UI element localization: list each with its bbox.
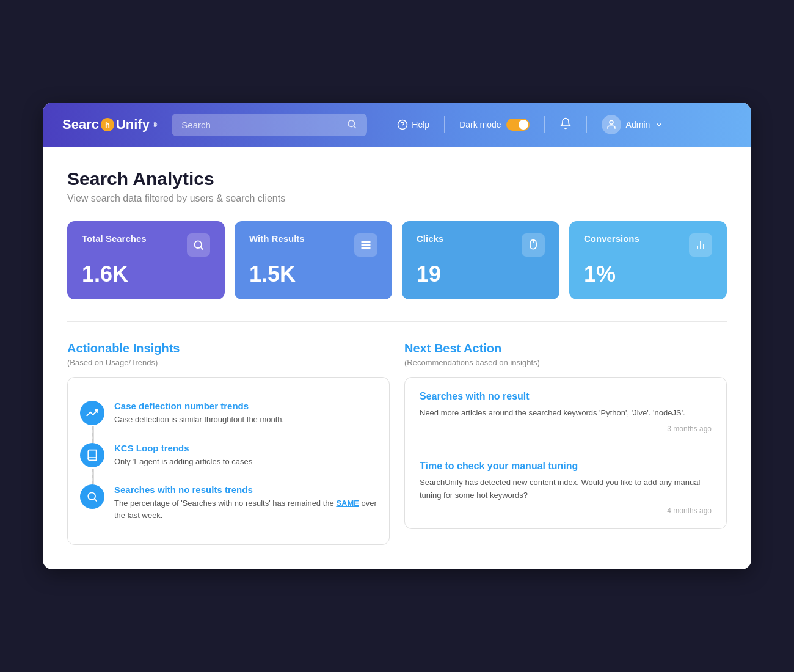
insight-item-case-deflection[interactable]: Case deflection number trends Case defle… xyxy=(80,392,377,434)
insight-item-kcs-loop[interactable]: KCS Loop trends Only 1 agent is adding a… xyxy=(80,434,377,477)
bottom-grid: Actionable Insights (Based on Usage/Tren… xyxy=(67,341,727,545)
stat-card-clicks[interactable]: Clicks 19 xyxy=(402,221,559,299)
svg-point-0 xyxy=(348,120,355,127)
insight-title-case-deflection: Case deflection number trends xyxy=(114,401,377,411)
avatar xyxy=(602,115,621,134)
insight-desc-case-deflection: Case deflection is similar throughtout t… xyxy=(114,414,377,426)
search-bar-wrapper xyxy=(172,114,367,136)
nba-title: Next Best Action xyxy=(404,341,727,356)
darkmode-toggle-track[interactable] xyxy=(506,119,530,131)
main-content: Search Analytics View search data filter… xyxy=(43,147,751,569)
nba-container: Searches with no result Need more articl… xyxy=(404,377,727,529)
page-title: Search Analytics xyxy=(67,169,727,189)
help-button[interactable]: Help xyxy=(397,119,429,130)
user-menu-button[interactable]: Admin xyxy=(602,115,664,134)
insights-title: Actionable Insights xyxy=(67,341,390,356)
notifications-button[interactable] xyxy=(559,117,572,133)
user-label: Admin xyxy=(626,120,650,130)
stat-card-conv-header: Conversions xyxy=(584,233,712,257)
highlight-same: SAME xyxy=(336,499,359,508)
insight-content-case-deflection: Case deflection number trends Case defle… xyxy=(114,401,377,426)
svg-line-6 xyxy=(201,247,203,250)
search-icon xyxy=(346,119,357,131)
insight-content-no-results: Searches with no results trends The perc… xyxy=(114,484,377,521)
stat-value-conv: 1% xyxy=(584,261,712,287)
chart-stat-icon xyxy=(689,233,712,257)
next-best-action-section: Next Best Action (Recommendations based … xyxy=(404,341,727,545)
stat-label-conv: Conversions xyxy=(584,233,639,244)
insights-subtitle: (Based on Usage/Trends) xyxy=(67,358,390,367)
mouse-stat-icon xyxy=(522,233,545,257)
search-input[interactable] xyxy=(181,120,341,130)
darkmode-toggle-thumb xyxy=(519,120,528,130)
logo-text-search: Searc xyxy=(62,117,99,133)
page-subtitle: View search data filtered by users & sea… xyxy=(67,193,727,204)
stat-card-with-results[interactable]: With Results 1.5K xyxy=(235,221,392,299)
stat-value-total: 1.6K xyxy=(82,261,210,287)
svg-line-16 xyxy=(95,499,97,502)
insight-content-kcs-loop: KCS Loop trends Only 1 agent is adding a… xyxy=(114,443,377,468)
insight-title-kcs-loop: KCS Loop trends xyxy=(114,443,377,453)
header: SearchUnify® Help Dark mode xyxy=(43,103,751,147)
svg-point-4 xyxy=(610,120,613,124)
stat-label-clicks: Clicks xyxy=(417,233,443,244)
stat-value-results: 1.5K xyxy=(249,261,377,287)
logo-highlight-o: h xyxy=(101,118,114,131)
insight-desc-kcs-loop: Only 1 agent is adding articles to cases xyxy=(114,456,377,468)
section-divider xyxy=(67,321,727,322)
darkmode-toggle: Dark mode xyxy=(459,119,529,131)
app-container: SearchUnify® Help Dark mode xyxy=(43,103,751,569)
user-icon xyxy=(606,119,617,130)
list-stat-icon xyxy=(354,233,377,257)
stat-value-clicks: 19 xyxy=(417,261,545,287)
nba-desc-manual-tuning: SearchUnify has detected new content ind… xyxy=(420,477,712,502)
nba-item-manual-tuning[interactable]: Time to check your manual tuning SearchU… xyxy=(405,447,726,529)
book-icon xyxy=(80,443,104,467)
stat-label-results: With Results xyxy=(249,233,305,244)
search-stat-icon xyxy=(187,233,210,257)
insight-title-no-results: Searches with no results trends xyxy=(114,484,377,495)
chevron-down-icon xyxy=(655,120,663,129)
stat-cards-grid: Total Searches 1.6K With Results xyxy=(67,221,727,299)
logo-text-unify: Unify xyxy=(116,117,150,133)
darkmode-label: Dark mode xyxy=(459,120,501,130)
header-separator-4 xyxy=(586,116,587,133)
insight-desc-no-results: The percentage of 'Searches with no resu… xyxy=(114,497,377,521)
insight-item-no-results[interactable]: Searches with no results trends The perc… xyxy=(80,476,377,530)
stat-card-conversions[interactable]: Conversions 1% xyxy=(569,221,727,299)
logo: SearchUnify® xyxy=(62,117,157,133)
svg-point-5 xyxy=(194,241,202,248)
nba-subtitle: (Recommendations based on insights) xyxy=(404,358,727,367)
nba-time-manual-tuning: 4 months ago xyxy=(420,506,712,515)
svg-point-15 xyxy=(88,492,95,500)
chart-up-icon xyxy=(80,401,104,425)
nba-item-no-result[interactable]: Searches with no result Need more articl… xyxy=(405,378,726,447)
stat-card-total-header: Total Searches xyxy=(82,233,210,257)
actionable-insights-section: Actionable Insights (Based on Usage/Tren… xyxy=(67,341,390,545)
search-x-icon xyxy=(80,484,104,509)
help-icon xyxy=(397,119,408,130)
header-separator-3 xyxy=(544,116,545,133)
nba-desc-no-result: Need more articles around the searched k… xyxy=(420,407,712,420)
header-separator-2 xyxy=(444,116,445,133)
bell-icon xyxy=(559,117,572,130)
nba-title-no-result: Searches with no result xyxy=(420,391,712,402)
svg-line-1 xyxy=(354,126,356,128)
help-label: Help xyxy=(412,120,429,130)
nba-time-no-result: 3 months ago xyxy=(420,425,712,433)
stat-card-results-header: With Results xyxy=(249,233,377,257)
header-separator-1 xyxy=(382,116,382,133)
nba-title-manual-tuning: Time to check your manual tuning xyxy=(420,461,712,472)
stat-card-clicks-header: Clicks xyxy=(417,233,545,257)
insights-container: Case deflection number trends Case defle… xyxy=(67,377,390,545)
stat-label-total: Total Searches xyxy=(82,233,147,244)
stat-card-total-searches[interactable]: Total Searches 1.6K xyxy=(67,221,225,299)
